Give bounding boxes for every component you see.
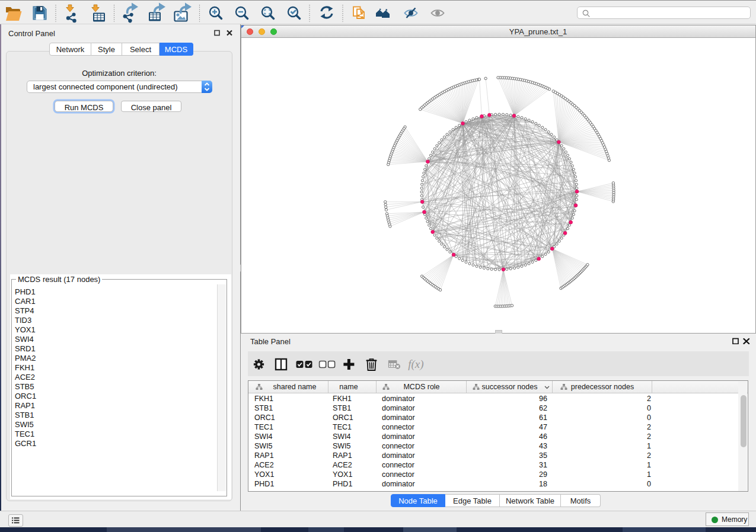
- svg-text:f(x): f(x): [408, 358, 423, 371]
